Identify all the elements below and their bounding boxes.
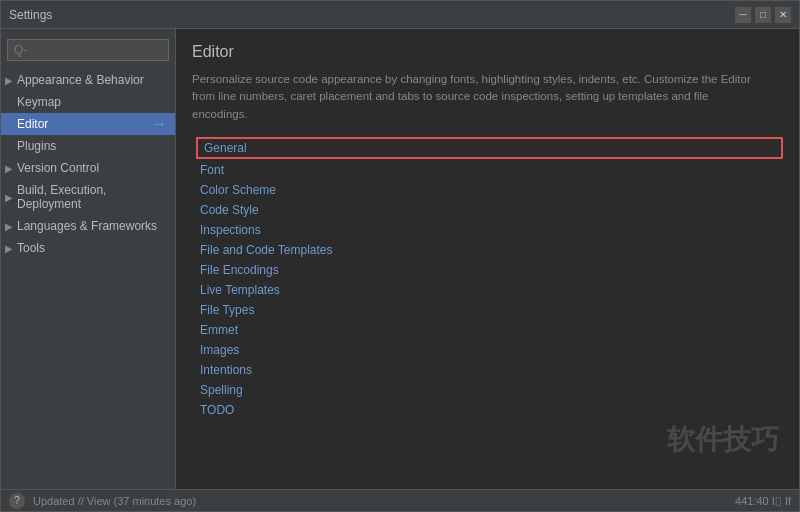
sub-item-images[interactable]: Images bbox=[196, 341, 783, 359]
sidebar-item-label: Build, Execution, Deployment bbox=[17, 183, 167, 211]
sub-item-file-encodings[interactable]: File Encodings bbox=[196, 261, 783, 279]
arrow-right-icon: → bbox=[151, 115, 167, 133]
sub-item-intentions[interactable]: Intentions bbox=[196, 361, 783, 379]
watermark: 软件技巧 bbox=[667, 421, 779, 459]
arrow-icon: ▶ bbox=[5, 243, 13, 254]
status-text: Updated // View (37 minutes ago) bbox=[33, 495, 196, 507]
title-bar: Settings ─ □ ✕ bbox=[1, 1, 799, 29]
status-right: 441:40 I⌷ If bbox=[735, 495, 791, 507]
sub-item-font[interactable]: Font bbox=[196, 161, 783, 179]
sidebar-item-languages[interactable]: ▶ Languages & Frameworks bbox=[1, 215, 175, 237]
help-icon[interactable]: ? bbox=[9, 493, 25, 509]
sub-item-spelling[interactable]: Spelling bbox=[196, 381, 783, 399]
sidebar-item-editor[interactable]: Editor → bbox=[1, 113, 175, 135]
panel-title: Editor bbox=[192, 43, 783, 61]
settings-window: Settings ─ □ ✕ ▶ Appearance & Behavior K… bbox=[0, 0, 800, 512]
sub-item-general[interactable]: General bbox=[196, 137, 783, 159]
sub-items-list: General Font Color Scheme Code Style Ins… bbox=[192, 137, 783, 419]
sidebar: ▶ Appearance & Behavior Keymap Editor → … bbox=[1, 29, 176, 489]
sidebar-item-label: Tools bbox=[17, 241, 45, 255]
panel-description: Personalize source code appearance by ch… bbox=[192, 71, 762, 123]
minimize-button[interactable]: ─ bbox=[735, 7, 751, 23]
sub-item-todo[interactable]: TODO bbox=[196, 401, 783, 419]
sidebar-item-label: Languages & Frameworks bbox=[17, 219, 157, 233]
sub-item-file-code-templates[interactable]: File and Code Templates bbox=[196, 241, 783, 259]
sub-item-file-types[interactable]: File Types bbox=[196, 301, 783, 319]
status-left: ? Updated // View (37 minutes ago) bbox=[9, 493, 196, 509]
sub-item-color-scheme[interactable]: Color Scheme bbox=[196, 181, 783, 199]
sidebar-item-label: Editor bbox=[17, 117, 48, 131]
content-area: ▶ Appearance & Behavior Keymap Editor → … bbox=[1, 29, 799, 489]
sidebar-item-version-control[interactable]: ▶ Version Control bbox=[1, 157, 175, 179]
sidebar-item-label: Plugins bbox=[17, 139, 56, 153]
sidebar-item-appearance[interactable]: ▶ Appearance & Behavior bbox=[1, 69, 175, 91]
sidebar-item-build[interactable]: ▶ Build, Execution, Deployment bbox=[1, 179, 175, 215]
search-input[interactable] bbox=[7, 39, 169, 61]
sub-item-live-templates[interactable]: Live Templates bbox=[196, 281, 783, 299]
close-button[interactable]: ✕ bbox=[775, 7, 791, 23]
maximize-button[interactable]: □ bbox=[755, 7, 771, 23]
sub-item-inspections[interactable]: Inspections bbox=[196, 221, 783, 239]
arrow-icon: ▶ bbox=[5, 221, 13, 232]
sub-item-code-style[interactable]: Code Style bbox=[196, 201, 783, 219]
arrow-icon: ▶ bbox=[5, 192, 13, 203]
sidebar-item-tools[interactable]: ▶ Tools bbox=[1, 237, 175, 259]
sub-item-emmet[interactable]: Emmet bbox=[196, 321, 783, 339]
window-controls: ─ □ ✕ bbox=[735, 7, 791, 23]
sidebar-item-plugins[interactable]: Plugins bbox=[1, 135, 175, 157]
status-bar: ? Updated // View (37 minutes ago) 441:4… bbox=[1, 489, 799, 511]
arrow-icon: ▶ bbox=[5, 75, 13, 86]
sidebar-item-label: Appearance & Behavior bbox=[17, 73, 144, 87]
window-title: Settings bbox=[9, 8, 52, 22]
main-panel: Editor Personalize source code appearanc… bbox=[176, 29, 799, 489]
sidebar-item-keymap[interactable]: Keymap bbox=[1, 91, 175, 113]
arrow-icon: ▶ bbox=[5, 163, 13, 174]
sidebar-item-label: Version Control bbox=[17, 161, 99, 175]
sidebar-item-label: Keymap bbox=[17, 95, 61, 109]
